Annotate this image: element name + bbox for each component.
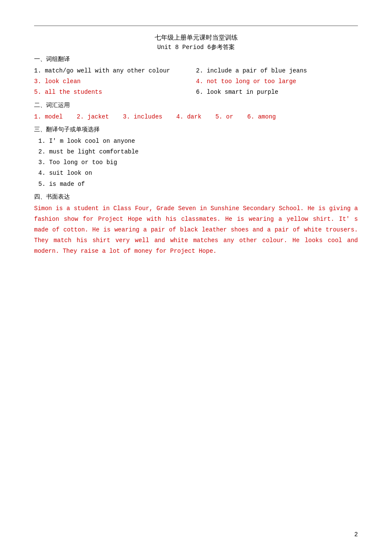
section1-item3: 3. look clean xyxy=(34,76,196,87)
vocab-item6: 6. among xyxy=(247,112,276,122)
page: 七年级上册单元课时当堂训练 Unit 8 Period 6参考答案 一、词组翻译… xyxy=(0,0,392,555)
vocab-item2-sep xyxy=(112,112,120,122)
essay-text: Simon is a student in Class Four, Grade … xyxy=(34,203,358,257)
section1-row1: 1. match/go well with any other colour 2… xyxy=(34,66,358,76)
vocab-item1: 1. model xyxy=(34,112,63,122)
vocab-item3-sep xyxy=(166,112,173,122)
item5-text: 5. all the students xyxy=(34,87,196,98)
vocab-item4-sep xyxy=(205,112,212,122)
section4-header: 四、书面表达 xyxy=(34,193,358,201)
vocab-item3: 3. includes xyxy=(123,112,162,122)
section2: 二、词汇运用 1. model 2. jacket 3. includes 4.… xyxy=(34,101,358,122)
section1: 一、词组翻译 1. match/go well with any other c… xyxy=(34,55,358,98)
vocab-item1-sep xyxy=(66,112,73,122)
top-divider xyxy=(34,26,358,26)
section2-items: 1. model 2. jacket 3. includes 4. dark 5… xyxy=(34,112,358,122)
vocab-item2: 2. jacket xyxy=(77,112,109,122)
section2-header: 二、词汇运用 xyxy=(34,101,358,109)
section1-item4: 4. not too long or too large xyxy=(196,76,358,87)
section1-row3: 5. all the students 6. look smart in pur… xyxy=(34,87,358,98)
section1-item2: 2. include a pair of blue jeans xyxy=(196,66,358,76)
section3-header: 三、翻译句子或单项选择 xyxy=(34,126,358,133)
section1-header: 一、词组翻译 xyxy=(34,55,358,63)
item3-text: 3. look clean xyxy=(34,76,196,87)
trans-item5: 5. is made of xyxy=(38,179,358,190)
section1-row2: 3. look clean 4. not too long or too lar… xyxy=(34,76,358,87)
main-title: 七年级上册单元课时当堂训练 xyxy=(34,34,358,42)
title-section: 七年级上册单元课时当堂训练 Unit 8 Period 6参考答案 xyxy=(34,34,358,51)
vocab-item4: 4. dark xyxy=(176,112,202,122)
section4: 四、书面表达 Simon is a student in Class Four,… xyxy=(34,193,358,257)
trans-item3: 3. Too long or too big xyxy=(38,157,358,168)
trans-item4: 4. suit look on xyxy=(38,168,358,179)
section1-item6: 6. look smart in purple xyxy=(196,87,358,98)
item4-text: 4. not too long or too large xyxy=(196,76,358,87)
item2-text: 2. include a pair of blue jeans xyxy=(196,66,358,76)
vocab-item5: 5. or xyxy=(215,112,233,122)
section3: 三、翻译句子或单项选择 1. I' m look cool on anyone … xyxy=(34,126,358,190)
section1-item1: 1. match/go well with any other colour xyxy=(34,66,196,76)
item6-text: 6. look smart in purple xyxy=(196,87,358,98)
page-number: 2 xyxy=(355,531,358,538)
trans-item2: 2. must be light comfortable xyxy=(38,147,358,157)
item1-text: 1. match/go well with any other colour xyxy=(34,66,196,76)
sub-title: Unit 8 Period 6参考答案 xyxy=(34,43,358,51)
section1-item5: 5. all the students xyxy=(34,87,196,98)
trans-item1: 1. I' m look cool on anyone xyxy=(38,136,358,147)
vocab-item5-sep xyxy=(236,112,244,122)
